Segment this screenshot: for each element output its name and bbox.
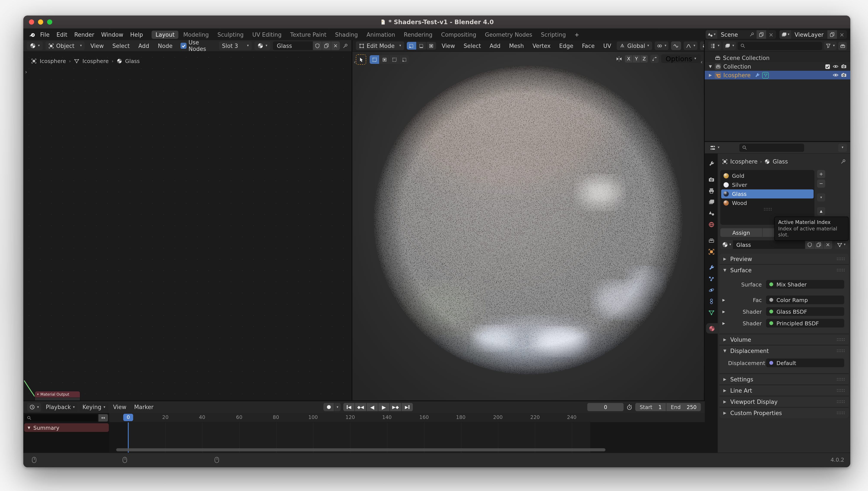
current-frame-field[interactable]: 0 [588,403,624,411]
mirror-x-button[interactable]: X [625,55,632,62]
breadcrumb-material[interactable]: Glass [125,58,140,64]
workspace-tab-rendering[interactable]: Rendering [400,30,436,39]
box-select-intersect-button[interactable] [400,55,409,64]
viewport-display-panel-header[interactable]: ▶Viewport Display [720,397,848,407]
world-properties-tab[interactable] [705,219,718,230]
scene-new-copy-button[interactable] [757,30,766,39]
shader-value-principled-bsdf[interactable]: Principled BSDF [766,319,844,327]
material-copy-button[interactable] [814,240,823,249]
workspace-tab-sculpting[interactable]: Sculpting [214,30,247,39]
new-collection-button[interactable] [838,41,847,50]
region-expand-chevron[interactable]: › [25,69,27,75]
displacement-value-default[interactable]: Default [766,358,844,367]
move-slot-up-button[interactable]: ▲ [817,207,825,215]
collapse-arrow[interactable]: ▼ [708,64,712,68]
edge-select-mode-button[interactable] [417,42,426,50]
channel-filter-button[interactable]: ↔ [99,414,108,421]
scene-name[interactable]: Scene [717,31,748,38]
outliner-row-icosphere[interactable]: ▶ Icosphere [705,71,850,79]
settings-panel-header[interactable]: ▶Settings [720,374,848,384]
properties-options-button[interactable]: ▾ [838,143,847,152]
material-properties-tab[interactable] [706,323,718,334]
timeline-editor-type-selector[interactable]: ▾ [27,403,41,411]
workspace-tab-scripting[interactable]: Scripting [537,30,570,39]
pin-icon[interactable] [343,43,348,49]
options-dropdown[interactable]: Options▾ [661,54,701,63]
outliner-filter-dropdown[interactable]: ▾ [824,41,837,50]
dopesheet-area[interactable] [109,423,705,453]
outliner-row-scene-collection[interactable]: Scene Collection [705,54,850,62]
frame-start-field[interactable]: Start1 [635,403,666,411]
material-output-node[interactable]: ▾Material Output [35,391,80,400]
channel-search-input[interactable] [25,414,98,421]
material-specials-dropdown[interactable]: ▾ [817,193,825,201]
expand-arrow[interactable]: ▶ [720,298,728,302]
close-window-button[interactable] [29,20,34,25]
panel-drag-grip[interactable] [837,349,845,352]
outliner-row-collection[interactable]: ▼ Collection [705,62,850,71]
assign-button[interactable]: Assign [720,228,762,237]
blender-logo-icon[interactable] [28,31,36,38]
remove-material-slot-button[interactable]: − [817,179,825,188]
volume-panel-header[interactable]: ▶Volume [720,335,848,345]
constraint-properties-tab[interactable] [705,296,718,306]
tweak-select-button[interactable] [370,55,379,64]
browse-material-button[interactable]: ▾ [720,240,733,249]
pin-icon[interactable] [840,158,846,164]
surface-panel-header[interactable]: ▼Surface [720,265,848,275]
surface-value-mix-shader[interactable]: Mix Shader [766,280,844,289]
region-expand-chevron[interactable]: ‹ [701,59,703,65]
workspace-tab-modeling[interactable]: Modeling [180,30,213,39]
view-layer-properties-tab[interactable] [705,197,718,207]
uv-menu[interactable]: UV [600,42,614,49]
line-art-panel-header[interactable]: ▶Line Art [720,385,848,396]
frame-end-field[interactable]: End250 [667,403,701,411]
menu-window[interactable]: Window [98,30,127,39]
material-slot-gold[interactable]: Gold [720,171,814,180]
scene-browse-button[interactable]: ▾ [706,30,717,39]
hide-eye-icon[interactable] [833,72,839,78]
material-slot-dropdown[interactable]: Slot 3▾ [219,41,252,50]
workspace-tab-layout[interactable]: Layout [152,30,178,39]
play-reverse-button[interactable]: ◀ [367,403,378,411]
mode-dropdown[interactable]: Edit Mode▾ [356,41,404,50]
timeline-horizontal-scrollbar[interactable] [116,448,605,451]
region-expand-chevron[interactable]: ‹ [354,59,356,65]
workspace-tab-uv-editing[interactable]: UV Editing [248,30,286,39]
current-frame-badge[interactable]: 0 [123,414,133,421]
editor-type-selector[interactable]: ▾ [27,41,43,50]
jump-to-start-button[interactable]: ◀ [343,403,355,411]
mesh-data-icon[interactable] [762,72,769,78]
shader-value-glass-bsdf[interactable]: Glass BSDF [766,307,844,316]
mirror-z-button[interactable]: Z [641,55,648,62]
properties-search-input[interactable] [739,143,804,152]
fake-user-shield-button[interactable] [805,240,814,249]
outliner-editor-type-selector[interactable]: ▾ [708,41,721,50]
scene-pin-icon[interactable] [748,32,756,37]
material-browse-button[interactable]: ▾ [254,41,270,50]
output-properties-tab[interactable] [705,185,718,196]
material-unlink-button[interactable]: × [823,240,832,249]
summary-channel-row[interactable]: ▼ Summary [24,423,109,432]
list-resize-grip[interactable] [763,207,771,211]
scene-properties-tab[interactable] [705,208,718,218]
menu-render[interactable]: Render [71,30,98,39]
tool-properties-tab[interactable] [705,158,718,169]
box-select-subtract-button[interactable] [389,55,399,64]
hide-eye-icon[interactable] [833,63,839,69]
previous-keyframe-button[interactable]: ◆◀ [355,403,366,411]
panel-drag-grip[interactable] [837,378,845,381]
shader-menu-node[interactable]: Node [155,42,175,49]
face-select-mode-button[interactable] [427,42,436,50]
physics-properties-tab[interactable] [705,285,718,295]
panel-drag-grip[interactable] [837,411,845,415]
menu-file[interactable]: File [37,30,53,39]
viewlayer-remove-button[interactable]: × [837,31,847,38]
breadcrumb-material[interactable]: Glass [773,158,788,165]
expand-arrow[interactable]: ▶ [708,73,712,77]
scene-unlink-button[interactable]: × [766,31,776,38]
proportional-editing-toggle[interactable] [671,41,681,50]
modifier-wrench-icon[interactable] [755,72,760,78]
expand-arrow[interactable]: ▶ [720,310,728,314]
material-name-field[interactable]: Glass [273,41,313,50]
